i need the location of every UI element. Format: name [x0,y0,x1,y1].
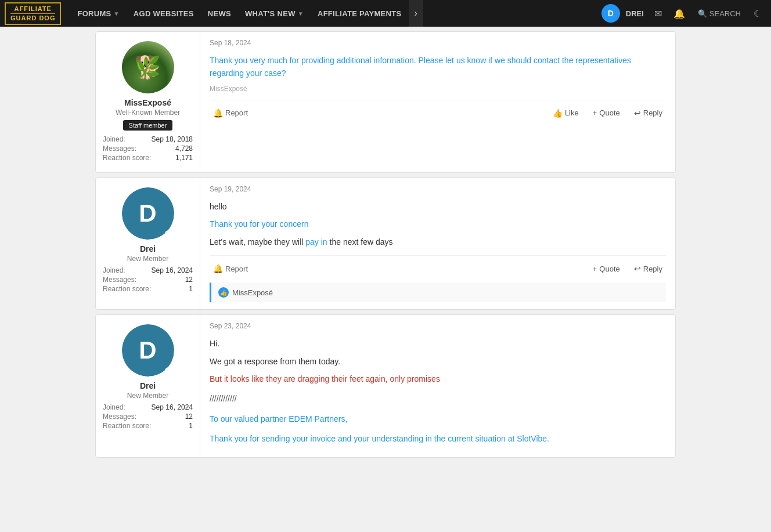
nav-agd-websites[interactable]: AGD WEBSITES [127,0,201,27]
post-1-text: Thank you very much for providing additi… [210,54,666,80]
dark-mode-toggle[interactable]: ☾ [749,0,766,27]
post-1-stats: Joined: Sep 18, 2018 Messages: 4,728 Rea… [103,135,193,163]
reaction-user[interactable]: MissExposé [232,288,273,297]
stat-joined-2: Joined: Sep 16, 2024 [103,266,193,274]
stat-joined-3: Joined: Sep 16, 2024 [103,403,193,411]
post-1-date: Sep 18, 2024 [210,39,666,47]
post-1-actions-right: 👍 Like + Quote ↩ Reply [549,106,666,120]
online-indicator [165,230,172,237]
post-3-letter-intro: To our valued partner EDEM Partners, [210,412,666,425]
post-1-actions: 🔔 Report 👍 Like + Quote ↩ Repl [210,100,666,120]
logo-line1: AFFILIATE [15,6,52,12]
user-avatar-nav[interactable]: D [601,4,620,23]
reactions-bar: 👍 MissExposé [210,283,666,302]
post-3-avatar[interactable]: D [122,324,174,377]
post-1-actions-left: 🔔 Report [210,106,251,120]
stat-reaction-3: Reaction score: 1 [103,422,193,430]
post-3-stats: Joined: Sep 16, 2024 Messages: 12 Reacti… [103,403,193,431]
post-3-letter-body: Thank you for sending your invoice and y… [210,432,666,445]
post-2-avatar[interactable]: D [122,187,174,240]
nav-username[interactable]: DREI [622,9,647,18]
forums-dropdown-arrow: ▼ [114,10,120,17]
nav-forums[interactable]: FORUMS ▼ [70,0,126,27]
post-1-attribution: MissExposé [210,85,666,93]
notifications-icon[interactable]: 🔔 [669,0,690,27]
post-1: 🐕 MissExposé Well-Known Member Staff mem… [95,31,676,173]
stat-reaction-2: Reaction score: 1 [103,285,193,293]
like-button-1[interactable]: 👍 Like [549,106,582,120]
quote-button-1[interactable]: + Quote [589,106,624,120]
report-button-1[interactable]: 🔔 Report [210,106,251,120]
stat-messages: Messages: 4,728 [103,144,193,153]
reply-icon-2: ↩ [634,264,641,273]
post-2-stats: Joined: Sep 16, 2024 Messages: 12 Reacti… [103,266,193,294]
online-indicator-3 [165,367,172,374]
quote-button-2[interactable]: + Quote [589,262,624,276]
messages-icon[interactable]: ✉ [650,0,666,27]
stat-messages-2: Messages: 12 [103,276,193,284]
post-2-date: Sep 19, 2024 [210,185,666,193]
search-button[interactable]: 🔍 SEARCH [692,9,747,18]
post-1-user-panel: 🐕 MissExposé Well-Known Member Staff mem… [96,32,200,172]
post-3-user-panel: D Drei New Member Joined: Sep 16, 2024 M… [96,315,200,457]
nav-news[interactable]: NEWS [201,0,238,27]
post-3-line1: Hi. [210,337,666,350]
post-1-role: Well-Known Member [116,108,180,117]
stat-reaction: Reaction score: 1,171 [103,154,193,162]
report-button-2[interactable]: 🔔 Report [210,262,251,276]
nav-whats-new[interactable]: WHAT'S NEW ▼ [238,0,311,27]
post-2-role: New Member [127,255,168,263]
nav-affiliate-payments[interactable]: AFFILIATE PAYMENTS [311,0,409,27]
site-logo[interactable]: AFFILIATE GUARD DOG [5,2,61,25]
reply-icon: ↩ [634,108,641,118]
post-3-content: Sep 23, 2024 Hi. We got a response from … [200,315,675,457]
main-content: 🐕 MissExposé Well-Known Member Staff mem… [95,27,676,467]
post-1-username[interactable]: MissExposé [124,98,171,107]
staff-badge: Staff member [123,120,173,131]
nav-right-section: D DREI ✉ 🔔 🔍 SEARCH ☾ [601,0,766,27]
post-3-date: Sep 23, 2024 [210,322,666,330]
reaction-like-icon: 👍 [218,287,229,298]
post-1-content: Sep 18, 2024 Thank you very much for pro… [200,32,675,172]
post-2-actions-left: 🔔 Report [210,262,251,276]
report-icon-2: 🔔 [213,264,223,273]
logo-line2: GUARD DOG [10,13,55,21]
post-2-line1: hello [210,200,666,213]
post-3-username[interactable]: Drei [140,381,156,390]
post-3-line2: We got a response from them today. [210,355,666,368]
reply-button-1[interactable]: ↩ Reply [631,106,666,120]
like-icon: 👍 [553,108,563,118]
stat-messages-3: Messages: 12 [103,412,193,421]
post-2-line3: Let's wait, maybe they will pay in the n… [210,236,666,248]
post-3-line3: But it looks like they are dragging thei… [210,372,666,385]
report-icon: 🔔 [213,108,223,118]
post-2: D Drei New Member Joined: Sep 16, 2024 M… [95,178,676,310]
post-1-avatar[interactable]: 🐕 [122,41,174,93]
nav-more-button[interactable]: › [409,0,423,27]
post-3-separator: //////////// [210,392,666,405]
post-3-role: New Member [127,392,168,400]
whats-new-dropdown-arrow: ▼ [298,10,304,17]
post-2-actions-right: + Quote ↩ Reply [589,262,666,276]
post-2-user-panel: D Drei New Member Joined: Sep 16, 2024 M… [96,178,200,309]
post-3: D Drei New Member Joined: Sep 16, 2024 M… [95,314,676,457]
reply-button-2[interactable]: ↩ Reply [631,262,666,276]
stat-joined: Joined: Sep 18, 2018 [103,135,193,143]
post-2-username[interactable]: Drei [140,244,156,254]
post-2-actions: 🔔 Report + Quote ↩ Reply [210,255,666,276]
post-2-content: Sep 19, 2024 hello Thank you for your co… [200,178,675,309]
post-2-line2: Thank you for your concern [210,218,666,230]
search-icon: 🔍 [698,9,707,18]
main-nav: AFFILIATE GUARD DOG FORUMS ▼ AGD WEBSITE… [0,0,771,27]
